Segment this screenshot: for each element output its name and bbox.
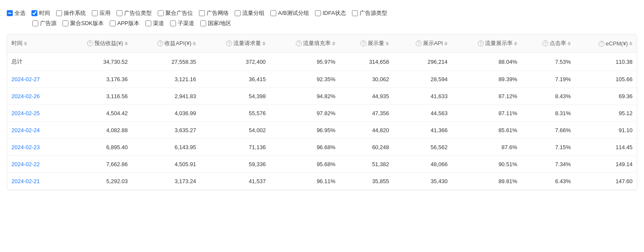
help-icon-reqCount[interactable]: ?	[226, 40, 232, 46]
sort-icon-showCount[interactable]	[386, 42, 389, 45]
dim-checkbox-adsrc[interactable]	[32, 20, 38, 26]
dim-checkbox-aggad[interactable]	[158, 10, 164, 16]
dim-item-time[interactable]: 时间	[31, 9, 50, 17]
td-time: 2024-02-23	[7, 139, 60, 156]
td-reqCount: 54,002	[200, 122, 270, 139]
sort-icon-reqCount[interactable]	[262, 42, 266, 45]
th-revApi[interactable]: ?收益API(¥)	[132, 34, 201, 53]
dim-label-channel: 渠道	[153, 20, 164, 27]
th-label-showRate: 流量展示率	[485, 40, 513, 47]
sort-icon-revenue[interactable]	[125, 42, 128, 45]
td-reqCount: 54,398	[200, 88, 270, 105]
dim-checkbox-adtype[interactable]	[116, 10, 122, 16]
th-showRate[interactable]: ?流量展示率	[452, 34, 522, 53]
td-fillRate: 96.11%	[270, 173, 340, 190]
dim-checkbox-appver[interactable]	[110, 20, 116, 26]
sort-icon-ecpm[interactable]	[629, 42, 633, 45]
dim-checkbox-os[interactable]	[56, 10, 62, 16]
td-showRate: 87.6%	[452, 139, 522, 156]
dim-checkbox-adtype2[interactable]	[352, 10, 358, 16]
td-fillRate: 95.97%	[270, 53, 340, 71]
td-revenue: 34,730.52	[60, 53, 132, 71]
td-showRate: 88.04%	[452, 53, 522, 71]
td-showRate: 89.81%	[452, 173, 522, 190]
dim-item-adnet[interactable]: 广告网络	[199, 9, 229, 17]
table-row: 2024-02-236,895.406,143.9571,13696.68%60…	[7, 139, 637, 156]
dim-item-aggad[interactable]: 聚合广告位	[158, 9, 193, 17]
th-showApi[interactable]: ?展示API	[393, 34, 452, 53]
td-revenue: 4,082.88	[60, 122, 132, 139]
td-reqCount: 41,537	[200, 173, 270, 190]
dim-checkbox-sdk[interactable]	[62, 20, 68, 26]
th-clickRate[interactable]: ?点击率	[522, 34, 575, 53]
dim-item-adtype[interactable]: 广告位类型	[116, 9, 152, 17]
help-icon-showRate[interactable]: ?	[478, 40, 484, 46]
dim-label-aggad: 聚合广告位	[165, 9, 193, 17]
td-reqCount: 36,415	[200, 71, 270, 88]
select-all-icon	[7, 10, 13, 16]
td-time: 2024-02-21	[7, 173, 60, 190]
dim-item-traffic[interactable]: 流量分组	[235, 9, 264, 17]
td-clickRate: 7.66%	[522, 122, 575, 139]
dim-checkbox-subchannel[interactable]	[170, 20, 176, 26]
help-icon-fillRate[interactable]: ?	[296, 40, 302, 46]
help-icon-ecpm[interactable]: ?	[599, 41, 604, 47]
sort-icon-revApi[interactable]	[193, 42, 196, 45]
sort-icon-time[interactable]	[24, 42, 27, 45]
sort-icon-fillRate[interactable]	[332, 42, 335, 45]
dim-label-os: 操作系统	[64, 9, 86, 17]
dim-label-adtype2: 广告源类型	[360, 9, 387, 17]
th-showCount[interactable]: ?展示量	[340, 34, 393, 53]
data-table-wrapper: 时间?预估收益(¥)?收益API(¥)?流量请求量?流量填充率?展示量?展示AP…	[7, 34, 637, 190]
td-revApi: 27,558.35	[132, 53, 201, 71]
dim-item-sdk[interactable]: 聚合SDK版本	[62, 20, 104, 27]
td-revenue: 3,176.36	[60, 71, 132, 88]
help-icon-clickRate[interactable]: ?	[542, 40, 548, 46]
dim-item-country[interactable]: 国家/地区	[200, 20, 232, 27]
td-showApi: 41,633	[393, 88, 452, 105]
dim-item-idfa[interactable]: IDFA状态	[315, 9, 346, 17]
dim-item-adsrc[interactable]: 广告源	[32, 20, 57, 27]
th-revenue[interactable]: ?预估收益(¥)	[60, 34, 132, 53]
dim-checkbox-country[interactable]	[200, 20, 206, 26]
dim-item-channel[interactable]: 渠道	[145, 20, 164, 27]
td-showCount: 60,248	[340, 139, 393, 156]
td-showApi: 296,214	[393, 53, 452, 71]
dim-item-subchannel[interactable]: 子渠道	[170, 20, 194, 27]
th-label-reqCount: 流量请求量	[233, 40, 261, 47]
th-ecpm[interactable]: ?eCPM(¥)	[575, 34, 637, 53]
dim-checkbox-channel[interactable]	[145, 20, 151, 26]
td-fillRate: 97.82%	[270, 105, 340, 122]
td-time: 2024-02-24	[7, 122, 60, 139]
td-showRate: 90.51%	[452, 156, 522, 173]
help-icon-revApi[interactable]: ?	[157, 40, 163, 46]
table-row: 2024-02-215,292.033,173.2441,53796.11%35…	[7, 173, 637, 190]
dim-item-app[interactable]: 应用	[92, 9, 111, 17]
dim-item-appver[interactable]: APP版本	[110, 20, 139, 27]
dim-item-adtype2[interactable]: 广告源类型	[352, 9, 387, 17]
sort-icon-showApi[interactable]	[444, 42, 448, 45]
dim-checkbox-abtest[interactable]	[270, 10, 276, 16]
sort-icon-clickRate[interactable]	[567, 42, 571, 45]
help-icon-revenue[interactable]: ?	[87, 40, 93, 46]
td-clickRate: 8.31%	[522, 105, 575, 122]
dim-item-os[interactable]: 操作系统	[56, 9, 86, 17]
dim-item-all[interactable]: 全选	[7, 9, 26, 17]
dim-item-abtest[interactable]: A/B测试分组	[270, 9, 309, 17]
th-time[interactable]: 时间	[7, 34, 60, 53]
dim-label-country: 国家/地区	[208, 20, 232, 27]
sort-icon-showRate[interactable]	[514, 42, 517, 45]
dim-checkbox-app[interactable]	[92, 10, 98, 16]
td-clickRate: 7.53%	[522, 53, 575, 71]
td-showCount: 51,382	[340, 156, 393, 173]
table-row: 2024-02-254,504.424,036.9955,57697.82%47…	[7, 105, 637, 122]
td-ecpm: 149.14	[575, 156, 637, 173]
dim-checkbox-traffic[interactable]	[235, 10, 241, 16]
dim-checkbox-adnet[interactable]	[199, 10, 205, 16]
dim-checkbox-time[interactable]	[31, 10, 37, 16]
dim-checkbox-idfa[interactable]	[315, 10, 321, 16]
help-icon-showCount[interactable]: ?	[360, 40, 366, 46]
help-icon-showApi[interactable]: ?	[416, 40, 422, 46]
th-fillRate[interactable]: ?流量填充率	[270, 34, 340, 53]
th-reqCount[interactable]: ?流量请求量	[200, 34, 270, 53]
